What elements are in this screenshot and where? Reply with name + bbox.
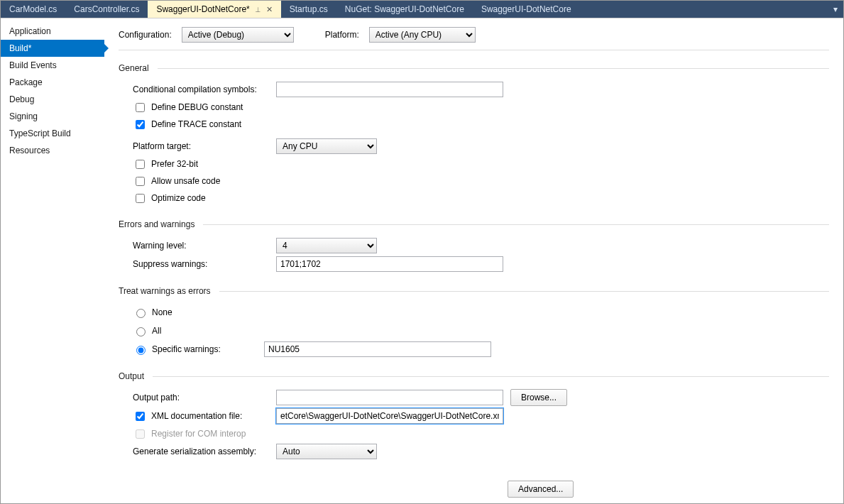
sidebar-item-label: Debug <box>9 94 34 104</box>
sidebar-item-label: Application <box>9 26 51 36</box>
tab-startup[interactable]: Startup.cs <box>281 1 336 18</box>
tab-label: CarsController.cs <box>74 4 139 14</box>
sidebar-item-label: Signing <box>9 111 38 121</box>
suppress-warnings-label: Suppress warnings: <box>133 259 276 269</box>
group-title-general: General <box>119 63 149 73</box>
radio-label: All <box>152 326 161 336</box>
browse-button[interactable]: Browse... <box>510 389 567 406</box>
checkbox-icon[interactable] <box>136 120 145 129</box>
specific-warnings-input[interactable] <box>264 341 491 357</box>
sidebar-item-label: TypeScript Build <box>9 128 71 138</box>
checkbox-icon <box>136 429 145 439</box>
gen-serial-label: Generate serialization assembly: <box>133 447 276 456</box>
tab-nuget[interactable]: NuGet: SwaggerUI-DotNetCore <box>336 1 473 18</box>
tab-label: SwaggerUI-DotNetCore <box>481 4 571 14</box>
build-page: Configuration: Active (Debug) Platform: … <box>104 18 843 503</box>
suppress-warnings-input[interactable] <box>276 256 503 272</box>
checkbox-label: Register for COM interop <box>151 429 246 439</box>
platform-select[interactable]: Active (Any CPU) <box>369 27 476 43</box>
divider <box>219 291 829 292</box>
checkbox-icon[interactable] <box>136 177 145 186</box>
platform-target-label: Platform target: <box>133 141 276 151</box>
output-path-input[interactable] <box>276 390 503 405</box>
sidebar-item-typescript-build[interactable]: TypeScript Build <box>1 125 104 142</box>
divider <box>203 224 829 225</box>
checkbox-label: Define DEBUG constant <box>151 102 243 112</box>
output-path-label: Output path: <box>133 393 276 402</box>
checkbox-icon[interactable] <box>136 194 145 203</box>
tab-swaggerui[interactable]: SwaggerUI-DotNetCore <box>473 1 580 18</box>
tab-swaggerui-project[interactable]: SwaggerUI-DotNetCore* ⟂ ✕ <box>148 1 280 18</box>
platform-target-select[interactable]: Any CPU <box>276 138 377 154</box>
gen-serial-select[interactable]: Auto <box>276 444 377 459</box>
project-properties-window: CarModel.cs CarsController.cs SwaggerUI-… <box>0 0 844 504</box>
tab-carmodel[interactable]: CarModel.cs <box>1 1 65 18</box>
configuration-label: Configuration: <box>119 30 172 40</box>
close-icon[interactable]: ✕ <box>266 5 273 14</box>
radio-icon[interactable] <box>136 309 146 318</box>
properties-sidebar: Application Build* Build Events Package … <box>1 18 104 503</box>
configuration-select[interactable]: Active (Debug) <box>182 27 294 43</box>
cond-symbols-input[interactable] <box>276 82 503 97</box>
treat-specific-radio[interactable] <box>136 346 146 355</box>
tab-overflow-button[interactable]: ▾ <box>828 1 843 18</box>
sidebar-item-resources[interactable]: Resources <box>1 142 104 159</box>
xml-doc-input[interactable] <box>276 408 503 424</box>
group-title-treat: Treat warnings as errors <box>119 286 211 296</box>
radio-label: None <box>152 307 172 317</box>
treat-all-radio[interactable]: All <box>119 322 829 340</box>
warning-level-select[interactable]: 4 <box>276 238 377 253</box>
tab-carscontroller[interactable]: CarsController.cs <box>65 1 148 18</box>
checkbox-label: Prefer 32-bit <box>151 159 198 169</box>
checkbox-icon[interactable] <box>136 160 145 169</box>
sidebar-item-build-events[interactable]: Build Events <box>1 57 104 74</box>
body: Application Build* Build Events Package … <box>1 18 843 503</box>
sidebar-item-debug[interactable]: Debug <box>1 91 104 108</box>
treat-none-radio[interactable]: None <box>119 303 829 322</box>
divider <box>119 50 829 50</box>
checkbox-label: Optimize code <box>151 193 206 203</box>
tab-label: SwaggerUI-DotNetCore* <box>156 4 249 14</box>
config-platform-row: Configuration: Active (Debug) Platform: … <box>119 27 829 43</box>
advanced-button[interactable]: Advanced... <box>508 481 574 498</box>
group-title-errors: Errors and warnings <box>119 219 194 229</box>
xml-doc-label: XML documentation file: <box>151 411 242 421</box>
divider <box>153 376 829 377</box>
sidebar-item-label: Build* <box>9 43 31 53</box>
allow-unsafe-checkbox[interactable]: Allow unsafe code <box>119 172 829 190</box>
sidebar-item-package[interactable]: Package <box>1 74 104 91</box>
sidebar-item-signing[interactable]: Signing <box>1 108 104 125</box>
checkbox-label: Define TRACE constant <box>151 119 241 129</box>
sidebar-item-label: Resources <box>9 146 50 155</box>
prefer-32bit-checkbox[interactable]: Prefer 32-bit <box>119 155 829 172</box>
tab-label: CarModel.cs <box>9 4 57 14</box>
document-tabbar: CarModel.cs CarsController.cs SwaggerUI-… <box>1 1 843 18</box>
pin-icon[interactable]: ⟂ <box>256 5 261 13</box>
tab-label: Startup.cs <box>290 4 328 14</box>
sidebar-item-label: Build Events <box>9 60 57 70</box>
cond-symbols-label: Conditional compilation symbols: <box>133 84 276 94</box>
group-title-output: Output <box>119 371 144 381</box>
register-com-checkbox: Register for COM interop <box>119 425 829 442</box>
radio-icon[interactable] <box>136 327 146 336</box>
sidebar-item-label: Package <box>9 77 43 87</box>
define-debug-checkbox[interactable]: Define DEBUG constant <box>119 99 829 116</box>
checkbox-label: Allow unsafe code <box>151 176 220 186</box>
optimize-code-checkbox[interactable]: Optimize code <box>119 190 829 207</box>
xml-doc-checkbox[interactable] <box>136 412 145 421</box>
define-trace-checkbox[interactable]: Define TRACE constant <box>119 116 829 133</box>
divider <box>158 68 829 69</box>
tab-label: NuGet: SwaggerUI-DotNetCore <box>345 4 464 14</box>
platform-label: Platform: <box>325 30 359 40</box>
checkbox-icon[interactable] <box>136 103 145 112</box>
warning-level-label: Warning level: <box>133 241 276 251</box>
sidebar-item-build[interactable]: Build* <box>1 40 104 57</box>
sidebar-item-application[interactable]: Application <box>1 23 104 40</box>
